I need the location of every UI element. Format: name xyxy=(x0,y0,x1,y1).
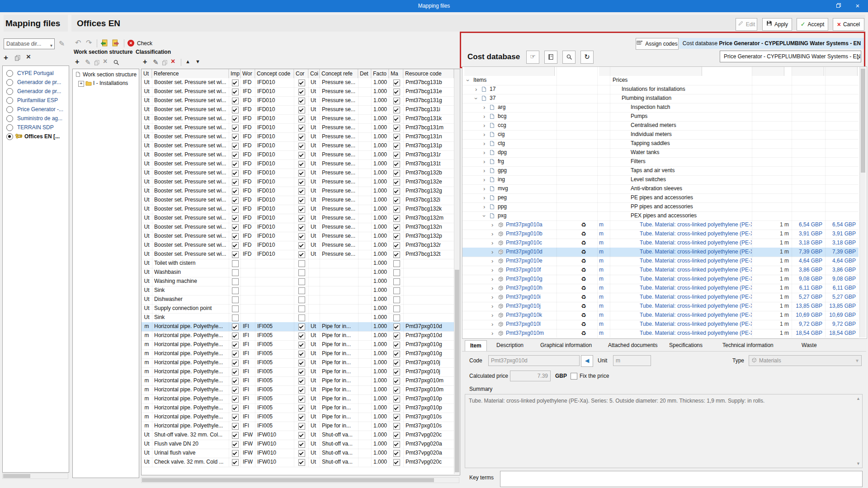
mapping-table-hscrollbar[interactable] xyxy=(141,477,459,483)
table-row[interactable]: UtWashing machine1.000 xyxy=(142,277,454,286)
row-checkbox[interactable] xyxy=(393,378,400,385)
chevron-right-icon[interactable]: › xyxy=(483,184,485,193)
row-checkbox[interactable] xyxy=(232,197,239,204)
delete-database-icon[interactable]: × xyxy=(26,52,31,61)
tree-row[interactable]: ›ingLevel switches xyxy=(462,175,859,185)
table-row[interactable]: UtBooster set. Pressure set wi...IFDIFD0… xyxy=(142,105,454,115)
cost-tree-vscrollbar[interactable] xyxy=(859,67,866,338)
table-row[interactable]: UtBooster set. Pressure set wi...IFDIFD0… xyxy=(142,150,454,160)
tree-row[interactable]: ›Pmt37pxg010j♻mTube. Material: cross-lin… xyxy=(462,302,859,311)
row-checkbox[interactable] xyxy=(232,179,239,186)
restore-window-icon[interactable] xyxy=(831,0,846,12)
undo-icon[interactable]: ↶ xyxy=(75,38,81,47)
tree-row[interactable]: ›argInspection hatch xyxy=(462,103,859,113)
row-checkbox[interactable] xyxy=(393,188,400,195)
tree-row[interactable]: ›bcgPumps xyxy=(462,112,859,122)
row-checkbox[interactable] xyxy=(393,351,400,357)
row-checkbox[interactable] xyxy=(393,324,400,330)
tree-row[interactable]: ›Pmt37pxg010m♻mTube. Material: cross-lin… xyxy=(462,329,859,338)
row-checkbox[interactable] xyxy=(298,414,305,421)
column-header[interactable] xyxy=(792,67,824,76)
column-header[interactable]: Ut xyxy=(142,69,152,78)
row-checkbox[interactable] xyxy=(393,125,400,131)
class-edit-pencil-icon[interactable]: ✎ xyxy=(153,58,159,66)
row-checkbox[interactable] xyxy=(393,333,400,339)
row-checkbox[interactable] xyxy=(393,143,400,150)
row-checkbox[interactable] xyxy=(298,179,305,186)
chevron-right-icon[interactable]: › xyxy=(483,103,485,112)
row-checkbox[interactable] xyxy=(298,324,305,330)
row-checkbox[interactable] xyxy=(393,260,400,267)
fix-price-checkbox[interactable] xyxy=(571,373,577,380)
row-checkbox[interactable] xyxy=(298,206,305,213)
row-checkbox[interactable] xyxy=(393,314,400,321)
row-checkbox[interactable] xyxy=(298,405,305,412)
table-row[interactable]: UtWashbasin1.000 xyxy=(142,268,454,277)
column-header[interactable]: Det xyxy=(358,69,371,78)
chevron-right-icon[interactable]: › xyxy=(483,139,485,148)
chevron-right-icon[interactable]: › xyxy=(491,266,493,275)
scroll-up-icon[interactable]: ▲ xyxy=(856,396,860,401)
row-checkbox[interactable] xyxy=(232,324,239,330)
chevron-right-icon[interactable]: › xyxy=(483,202,485,211)
row-checkbox[interactable] xyxy=(298,351,305,357)
tree-row[interactable]: ›Pmt37pxg010h♻mTube. Material: cross-lin… xyxy=(462,284,859,293)
database-radio[interactable] xyxy=(6,133,13,140)
row-checkbox[interactable] xyxy=(232,414,239,421)
table-row[interactable]: UtCheck valve. 32 mm. Cold ...IFWIFW010U… xyxy=(142,458,454,467)
table-row[interactable]: mHorizontal pipe. Polyethyle...IFIIFI005… xyxy=(142,376,454,386)
row-checkbox[interactable] xyxy=(232,242,239,249)
row-checkbox[interactable] xyxy=(393,396,400,403)
apply-button[interactable]: Apply xyxy=(762,18,792,31)
chevron-down-icon[interactable]: › xyxy=(480,215,489,217)
row-checkbox[interactable] xyxy=(393,414,400,421)
row-checkbox[interactable] xyxy=(298,134,305,141)
tree-root-label[interactable]: Work section structure xyxy=(83,70,137,79)
row-checkbox[interactable] xyxy=(393,161,400,168)
tab-specifications[interactable]: Specifications xyxy=(669,340,703,351)
row-checkbox[interactable] xyxy=(298,89,305,95)
row-checkbox[interactable] xyxy=(232,305,239,312)
row-checkbox[interactable] xyxy=(298,459,305,466)
search-icon[interactable] xyxy=(562,51,576,64)
work-section-structure-label[interactable]: Work section structure xyxy=(74,49,132,55)
tab-technical-information[interactable]: Technical information xyxy=(722,340,774,351)
tree-row[interactable]: ›Pmt37pxg010e♻mTube. Material: cross-lin… xyxy=(462,257,859,266)
row-checkbox[interactable] xyxy=(232,215,239,222)
row-checkbox[interactable] xyxy=(393,242,400,249)
row-checkbox[interactable] xyxy=(232,143,239,150)
table-row[interactable]: mHorizontal pipe. Polyethyle...IFIIFI005… xyxy=(142,404,454,413)
table-row[interactable]: UtBooster set. Pressure set wi...IFDIFD0… xyxy=(142,96,454,106)
table-row[interactable]: UtBooster set. Pressure set wi...IFDIFD0… xyxy=(142,187,454,196)
column-header[interactable]: Concept code xyxy=(255,69,294,78)
class-delete-icon[interactable]: × xyxy=(171,57,175,66)
table-row[interactable]: UtBooster set. Pressure set wi...IFDIFD0… xyxy=(142,160,454,169)
tab-item[interactable]: Item xyxy=(465,340,487,352)
database-radio[interactable] xyxy=(6,88,13,95)
tree-row[interactable]: ›Pmt37pxg010l♻mTube. Material: cross-lin… xyxy=(462,320,859,329)
row-checkbox[interactable] xyxy=(393,80,400,86)
edit-database-pencil-icon[interactable]: ✎ xyxy=(59,39,65,48)
tree-row[interactable]: ›ppgPP pipes and accessories xyxy=(462,202,859,212)
table-row[interactable]: UtShut-off valve. 32 mm. Col...IFWIFW010… xyxy=(142,431,454,440)
row-checkbox[interactable] xyxy=(393,360,400,366)
chevron-right-icon[interactable]: › xyxy=(483,130,485,139)
table-row[interactable]: UtBooster set. Pressure set wi...IFDIFD0… xyxy=(142,196,454,205)
row-checkbox[interactable] xyxy=(232,152,239,159)
chevron-right-icon[interactable]: › xyxy=(483,112,485,121)
chevron-right-icon[interactable]: › xyxy=(483,148,485,157)
list-item[interactable]: Plurifamiliar ESP xyxy=(3,96,68,105)
row-checkbox[interactable] xyxy=(298,143,305,150)
check-error-icon[interactable]: × xyxy=(127,40,134,47)
row-checkbox[interactable] xyxy=(298,314,305,321)
move-down-icon[interactable]: ▼ xyxy=(195,59,200,64)
unit-field[interactable]: m xyxy=(613,355,651,366)
row-checkbox[interactable] xyxy=(232,378,239,385)
column-header[interactable]: Ma xyxy=(389,69,403,78)
table-row[interactable]: UtBooster set. Pressure set wi...IFDIFD0… xyxy=(142,232,454,241)
tree-row[interactable]: ›Pmt37pxg010f♻mTube. Material: cross-lin… xyxy=(462,266,859,275)
class-copy-icon[interactable] xyxy=(162,60,168,67)
row-checkbox[interactable] xyxy=(393,224,400,231)
summary-textarea[interactable]: Tube. Material: cross-linked polyethylen… xyxy=(465,394,863,468)
chevron-right-icon[interactable]: › xyxy=(483,175,485,184)
